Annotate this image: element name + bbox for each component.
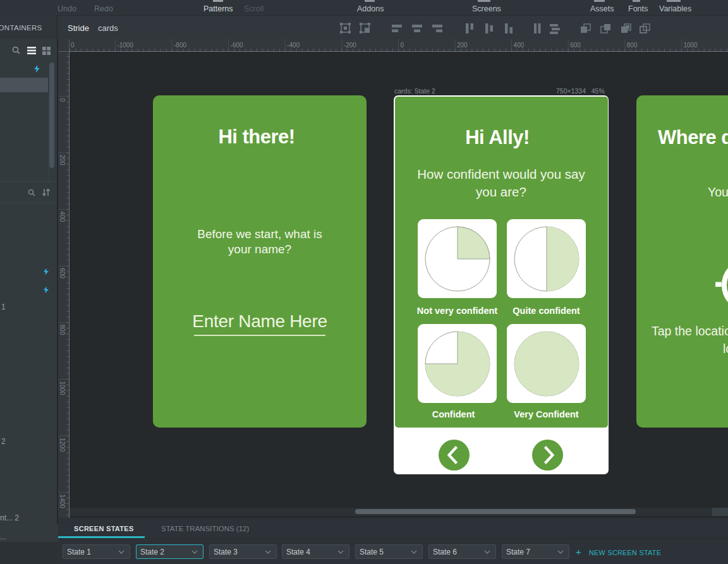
svg-text:0: 0 <box>59 98 66 102</box>
svg-text:0: 0 <box>400 42 404 49</box>
svg-text:1000: 1000 <box>683 42 698 49</box>
svg-text:600: 600 <box>570 42 581 49</box>
svg-text:400: 400 <box>59 212 66 222</box>
svg-text:800: 800 <box>59 325 66 335</box>
svg-text:-800: -800 <box>174 42 186 49</box>
svg-text:-200: -200 <box>344 42 356 49</box>
svg-text:800: 800 <box>627 42 638 49</box>
svg-text:200: 200 <box>457 42 468 49</box>
svg-text:600: 600 <box>59 268 66 279</box>
svg-text:1200: 1200 <box>59 438 66 452</box>
svg-text:1400: 1400 <box>59 495 66 509</box>
svg-text:200: 200 <box>59 155 66 165</box>
svg-text:400: 400 <box>514 42 525 49</box>
svg-text:1000: 1000 <box>59 381 66 395</box>
svg-text:-1000: -1000 <box>117 42 133 49</box>
svg-text:-600: -600 <box>231 42 243 49</box>
svg-text:0: 0 <box>71 42 75 49</box>
svg-text:-400: -400 <box>287 42 300 49</box>
